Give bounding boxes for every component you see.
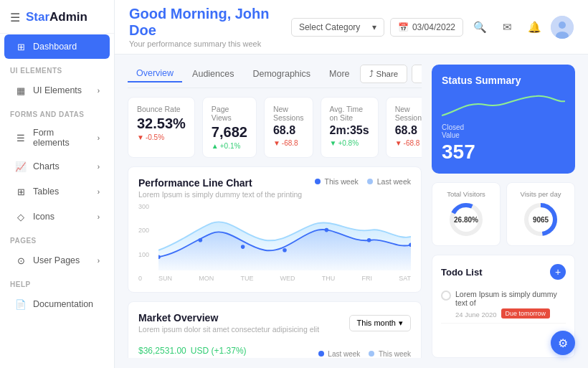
date-picker[interactable]: 📅 03/04/2022: [390, 18, 463, 37]
sidebar-header: ☰ StarAdmin: [0, 0, 114, 34]
stat-card-avg-time: Avg. Time on Site 2m:35s ▼ +0.8%: [321, 97, 379, 158]
tab-overview[interactable]: Overview: [128, 65, 182, 82]
chart-y-axis: 300 200 100 0: [138, 203, 156, 282]
chevron-down-icon: ▾: [399, 319, 403, 328]
mail-button[interactable]: ✉: [496, 16, 518, 38]
greeting-title: Good Morning, John Doe: [129, 6, 284, 39]
arrow-down-icon: ▼: [137, 133, 144, 141]
chart-header: Performance Line Chart Lorem Ipsum is si…: [138, 177, 411, 199]
donut-label: Total Visitors: [447, 190, 485, 198]
sidebar-item-ui-elements[interactable]: ▦ UI Elements ›: [4, 78, 110, 103]
stat-change: ▼ -68.8: [273, 139, 304, 147]
sidebar-item-user-pages[interactable]: ⊙ User Pages ›: [4, 248, 110, 273]
stat-label: New Sessions: [273, 105, 304, 122]
section-label-ui: UI ELEMENTS: [0, 60, 114, 77]
charts-icon: 📈: [14, 160, 27, 173]
market-subtitle: Lorem ipsum dolor sit amet consectetur a…: [138, 325, 319, 334]
sidebar-item-dashboard[interactable]: ⊞ Dashboard: [4, 34, 110, 59]
chart-title: Performance Line Chart: [138, 177, 302, 189]
print-button[interactable]: 🖨 Print: [412, 65, 422, 83]
menu-icon[interactable]: ☰: [10, 11, 20, 24]
todo-item: Lorem Ipsum is simply dummy text of 24 J…: [441, 286, 566, 324]
market-currency: USD: [191, 346, 212, 356]
svg-point-6: [283, 248, 287, 253]
sidebar-item-label: Charts: [33, 161, 92, 171]
bell-button[interactable]: 🔔: [523, 16, 545, 38]
content-right: Status Summary Closed Value 357 Total Vi…: [432, 65, 575, 358]
chart-subtitle: Lorem Ipsum is simply dummy text of the …: [138, 190, 302, 199]
docs-icon: 📄: [14, 298, 27, 311]
sidebar-item-charts[interactable]: 📈 Charts ›: [4, 154, 110, 179]
svg-point-4: [199, 238, 203, 242]
section-label-help: HELP: [0, 273, 114, 291]
donut-card-visitors: Total Visitors 26.80%: [432, 182, 501, 246]
market-period-dropdown[interactable]: This month ▾: [349, 315, 411, 331]
stat-value: 2m:35s: [330, 124, 369, 137]
tables-icon: ⊞: [14, 185, 27, 198]
sidebar-item-label: Dashboard: [33, 42, 100, 52]
sidebar-item-form-elements[interactable]: ☰ Form elements ›: [4, 122, 110, 154]
stat-change: ▼ -68.8: [395, 139, 422, 147]
sidebar-item-label: Tables: [33, 187, 92, 197]
sidebar-item-label: Icons: [33, 212, 92, 222]
stat-value: 7,682: [212, 124, 247, 140]
settings-fab[interactable]: ⚙: [551, 331, 575, 355]
stat-card-new-sessions-2: New Sessions 68.8 ▼ -68.8: [386, 97, 422, 158]
legend-dot: [369, 351, 374, 357]
share-button[interactable]: ⤴ Share: [360, 65, 408, 83]
icons-icon: ◇: [14, 210, 27, 223]
stat-label: Avg. Time on Site: [330, 105, 369, 122]
chevron-right-icon: ›: [98, 213, 100, 221]
stat-card-page-views: Page Views 7,682 ▲ +0.1%: [202, 97, 257, 158]
content-area: Overview Audiences Demographics More ⤴ S…: [115, 55, 588, 368]
tab-more[interactable]: More: [321, 66, 358, 82]
chevron-down-icon: ▾: [372, 22, 376, 32]
chevron-right-icon: ›: [98, 134, 100, 142]
stat-card-new-sessions: New Sessions 68.8 ▼ -68.8: [264, 97, 313, 158]
todo-badge-due: Due tomorrow: [501, 308, 551, 319]
section-label-forms: FORMS AND DATAS: [0, 103, 114, 121]
status-title: Status Summary: [442, 75, 565, 86]
performance-chart-card: Performance Line Chart Lorem Ipsum is si…: [128, 166, 422, 293]
status-summary-card: Status Summary Closed Value 357: [432, 65, 575, 174]
donut-chart-visits-per-day: 9065: [522, 201, 559, 238]
print-icon: 🖨: [421, 70, 422, 78]
add-todo-button[interactable]: +: [550, 264, 566, 280]
arrow-down-icon: ▼: [395, 139, 402, 147]
market-change: (+1.37%): [212, 346, 247, 356]
stat-change: ▼ -0.5%: [137, 133, 186, 141]
svg-point-7: [325, 228, 329, 232]
stat-card-bounce-rate: Bounce Rate 32.53% ▼ -0.5%: [128, 97, 195, 158]
market-legend-last: Last week: [318, 350, 361, 358]
dashboard-icon: ⊞: [14, 40, 27, 53]
svg-point-8: [367, 238, 371, 242]
user-avatar[interactable]: [551, 16, 574, 39]
todo-checkbox[interactable]: [441, 291, 451, 301]
arrow-down-icon: ▼: [273, 139, 280, 147]
chevron-right-icon: ›: [98, 87, 100, 95]
search-button[interactable]: 🔍: [469, 16, 490, 38]
donut-card-visits-per-day: Visits per day 9065: [506, 182, 575, 246]
chart-title-area: Performance Line Chart Lorem Ipsum is si…: [138, 177, 302, 199]
tab-demographics[interactable]: Demographics: [244, 66, 319, 82]
market-legend: Last week This week: [318, 350, 411, 358]
sidebar-item-documentation[interactable]: 📄 Documentation: [4, 292, 110, 316]
stat-value: 68.8: [395, 124, 422, 137]
chevron-right-icon: ›: [98, 163, 100, 171]
sidebar-item-label: Documentation: [33, 299, 100, 309]
user-pages-icon: ⊙: [14, 254, 27, 267]
market-legend-this: This week: [369, 350, 411, 358]
chart-legend: This week Last week: [315, 177, 411, 186]
category-dropdown[interactable]: Select Category ▾: [291, 18, 384, 37]
svg-point-5: [241, 245, 245, 249]
sidebar-item-tables[interactable]: ⊞ Tables ›: [4, 179, 110, 204]
tab-audiences[interactable]: Audiences: [184, 66, 242, 82]
tabs-bar: Overview Audiences Demographics More ⤴ S…: [128, 65, 422, 88]
form-icon: ☰: [14, 131, 27, 144]
todo-header: Todo List +: [441, 264, 566, 280]
market-title-area: Market Overview Lorem ipsum dolor sit am…: [138, 312, 319, 334]
svg-point-1: [559, 22, 566, 29]
sidebar-item-icons[interactable]: ◇ Icons ›: [4, 204, 110, 229]
stat-value: 68.8: [273, 124, 304, 137]
todo-date: 24 June 2020: [455, 311, 497, 319]
